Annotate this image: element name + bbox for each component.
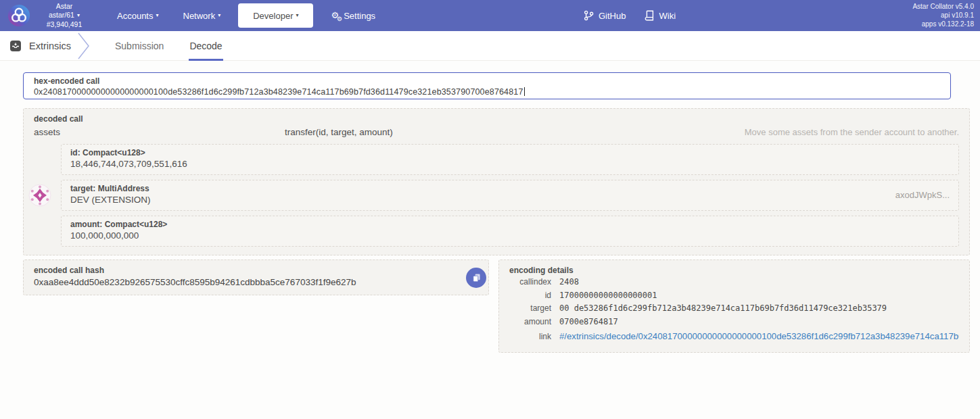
tab-decode-label: Decode [189, 41, 222, 51]
detail-key: amount [509, 316, 551, 329]
chain-info: Astar astar/61▾ #3,940,491 [36, 2, 93, 29]
call-section: assets [34, 125, 285, 139]
call-method: transfer(id, target, amount) [285, 125, 393, 139]
tabs: Submission Decode [115, 31, 223, 61]
decoded-call-label: decoded call [34, 114, 959, 124]
chevron-down-icon: ▾ [296, 12, 298, 18]
tab-submission[interactable]: Submission [115, 31, 164, 61]
node-version: Astar Collator v5.4.0 [912, 3, 974, 11]
param-amount-body: amount: Compact<u128> 100,000,000,000 [70, 220, 950, 242]
wiki-link[interactable]: Wiki [645, 10, 676, 21]
nav-settings-label: Settings [344, 11, 375, 21]
detail-value: 2408 [559, 276, 959, 289]
detail-row-id: id 17000000000000000001 [509, 289, 959, 303]
param-id: id: Compact<u128> 18,446,744,073,709,551… [61, 144, 959, 175]
top-nav-bar: Astar astar/61▾ #3,940,491 Accounts▾ Net… [0, 0, 980, 31]
chain-node-label: astar/61 [49, 11, 74, 19]
book-icon [645, 10, 654, 21]
param-id-value: 18,446,744,073,709,551,616 [70, 158, 950, 170]
hex-input-value: 0x24081700000000000000000100de53286f1d6c… [34, 87, 940, 98]
call-signature-row: assets transfer(id, target, amount) Move… [34, 125, 959, 139]
param-amount: amount: Compact<u128> 100,000,000,000 [61, 216, 959, 247]
detail-key: callindex [509, 276, 551, 289]
nav-network[interactable]: Network▾ [171, 0, 233, 31]
version-info: Astar Collator v5.4.0 api v10.9.1 apps v… [912, 3, 974, 28]
tab-submission-label: Submission [115, 41, 164, 51]
param-id-name: id: Compact<u128> [70, 148, 950, 158]
param-target-name: target: MultiAddress [70, 184, 895, 194]
decode-page: hex-encoded call 0x240817000000000000000… [0, 61, 980, 353]
hex-encoded-call-input[interactable]: hex-encoded call 0x240817000000000000000… [23, 72, 951, 99]
nav-accounts-label: Accounts [117, 11, 153, 21]
param-target-address-short: axodJWpkS... [895, 190, 950, 200]
app-root: Astar astar/61▾ #3,940,491 Accounts▾ Net… [0, 0, 980, 353]
decoded-call-panel: decoded call assets transfer(id, target,… [23, 108, 970, 255]
decode-permalink[interactable]: #/extrinsics/decode/0x240817000000000000… [559, 329, 959, 344]
nav-settings[interactable]: ⚙⚙ Settings [319, 0, 388, 31]
account-identicon[interactable] [28, 184, 51, 207]
copy-icon [471, 272, 482, 283]
chevron-down-icon: ▾ [156, 12, 158, 18]
github-label: GitHub [599, 11, 626, 21]
chain-node-version: astar/61▾ [36, 11, 93, 20]
chain-name: Astar [36, 2, 93, 11]
detail-value: 0700e8764817 [559, 316, 959, 329]
nav-accounts[interactable]: Accounts▾ [105, 0, 171, 31]
hex-input-label: hex-encoded call [34, 76, 940, 87]
param-target-value: DEV (EXTENSION) [70, 194, 895, 206]
param-amount-name: amount: Compact<u128> [70, 220, 950, 230]
git-branch-icon [584, 10, 594, 21]
tab-decode[interactable]: Decode [189, 31, 222, 61]
tab-bar: Extrinsics Submission Decode [0, 31, 980, 61]
breadcrumb-label: Extrinsics [29, 41, 71, 51]
param-target-body: target: MultiAddress DEV (EXTENSION) [70, 184, 895, 206]
detail-row-callindex: callindex 2408 [509, 276, 959, 289]
param-target: target: MultiAddress DEV (EXTENSION) axo… [61, 180, 959, 211]
encoded-call-hash-label: encoded call hash [34, 266, 478, 276]
detail-key: link [509, 329, 551, 344]
detail-value: 00 de53286f1d6c299fb712a3b48239e714ca117… [559, 302, 959, 316]
call-description: Move some assets from the sender account… [745, 125, 959, 139]
breadcrumb: Extrinsics [0, 40, 73, 52]
bottom-row: encoded call hash 0xaa8ee4ddd50e8232b926… [23, 260, 970, 353]
detail-row-amount: amount 0700e8764817 [509, 316, 959, 329]
astar-logo-icon [8, 5, 30, 26]
nav-developer-label: Developer [253, 11, 293, 21]
gear-glyph-small: ⚙ [337, 16, 342, 22]
main-nav: Accounts▾ Network▾ Developer▾ ⚙⚙ Setting… [105, 0, 388, 31]
encoded-call-hash-panel: encoded call hash 0xaa8ee4ddd50e8232b926… [23, 260, 489, 295]
encoding-details-panel: encoding details callindex 2408 id 17000… [498, 260, 970, 353]
param-id-body: id: Compact<u128> 18,446,744,073,709,551… [70, 148, 950, 170]
hex-input-text: 0x24081700000000000000000100de53286f1d6c… [34, 87, 523, 97]
api-version: api v10.9.1 [912, 11, 974, 20]
detail-key: target [509, 302, 551, 316]
detail-value: 17000000000000000001 [559, 289, 959, 303]
detail-row-link: link #/extrinsics/decode/0x2408170000000… [509, 329, 959, 344]
copy-hash-button[interactable] [466, 268, 486, 288]
nav-developer[interactable]: Developer▾ [238, 3, 313, 28]
breadcrumb-chevron-icon [74, 32, 92, 59]
github-link[interactable]: GitHub [584, 10, 626, 21]
external-links: GitHub Wiki [584, 0, 676, 31]
chain-selector[interactable]: Astar astar/61▾ #3,940,491 [0, 2, 93, 29]
apps-version: apps v0.132.2-18 [912, 20, 974, 29]
chevron-down-icon: ▾ [77, 11, 80, 20]
encoded-call-hash-value: 0xaa8ee4ddd50e8232b926575530cffc8595b942… [34, 276, 478, 289]
chevron-down-icon: ▾ [218, 12, 220, 18]
param-amount-value: 100,000,000,000 [70, 230, 950, 242]
wiki-label: Wiki [659, 11, 676, 21]
extrinsics-inbox-icon [9, 40, 22, 52]
gear-icon: ⚙⚙ [331, 10, 339, 20]
detail-row-target: target 00 de53286f1d6c299fb712a3b48239e7… [509, 302, 959, 316]
nav-network-label: Network [183, 11, 216, 21]
text-cursor [524, 87, 525, 96]
detail-key: id [509, 289, 551, 303]
encoding-details-label: encoding details [509, 266, 959, 276]
chain-best-block: #3,940,491 [36, 20, 93, 29]
